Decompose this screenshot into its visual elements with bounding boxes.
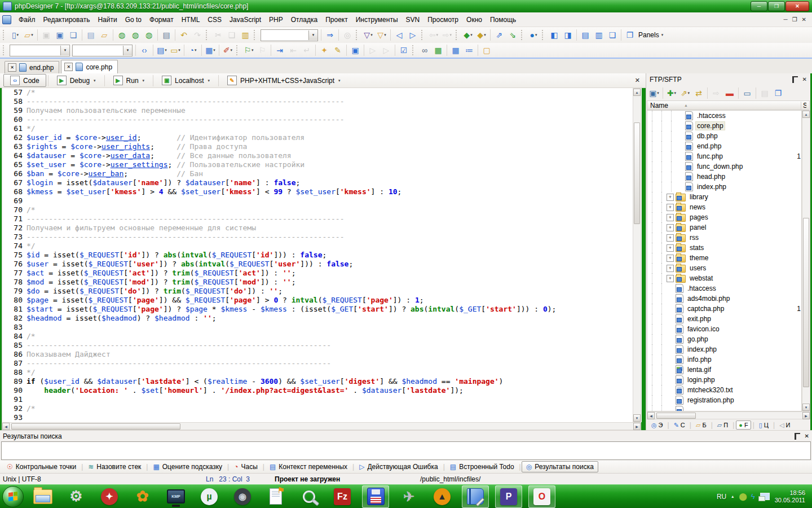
taskbar-explorer[interactable] <box>29 485 56 508</box>
menu-item-7[interactable]: JavaScript <box>226 14 265 26</box>
network-icon[interactable] <box>760 493 770 500</box>
close-button[interactable]: ✕ <box>785 1 809 11</box>
tab-breakpoints[interactable]: ☉Контрольные точки <box>2 461 81 472</box>
chevron-down-icon[interactable]: ▾ <box>308 30 317 40</box>
save-all-icon[interactable]: ❏ <box>67 29 80 41</box>
ftp-column-header[interactable]: Name ▲ S <box>647 100 810 110</box>
ftp-file-partial[interactable] <box>647 405 801 411</box>
tab-close-icon[interactable]: ✕ <box>64 63 73 71</box>
ftp-file-head.php[interactable]: head.php <box>647 172 801 182</box>
ftp-file-func.php[interactable]: func.php1 <box>647 151 801 161</box>
copy-document-icon[interactable]: ▤ <box>84 29 98 41</box>
menu-item-15[interactable]: Помощь <box>486 14 520 26</box>
expand-icon[interactable]: + <box>667 234 674 242</box>
member-combo[interactable]: ▾ <box>72 45 133 56</box>
validate-icon[interactable]: ⚐▾ <box>242 44 255 56</box>
menu-item-12[interactable]: SVN <box>402 14 424 26</box>
menu-item-14[interactable]: Окно <box>462 14 486 26</box>
chevron-down-icon[interactable]: ▾ <box>94 78 96 83</box>
image-dialog-icon[interactable]: ▣ <box>348 44 362 56</box>
ftp-delete-icon[interactable]: ▬ <box>723 87 736 99</box>
filter-folder-icon[interactable]: ▽▾ <box>375 29 389 41</box>
tab-call-stack[interactable]: ≋Назовите стек <box>83 461 145 472</box>
chevron-down-icon[interactable]: ▾ <box>661 33 664 37</box>
panels-label[interactable]: Panels <box>638 31 659 39</box>
expand-icon[interactable]: + <box>667 224 674 231</box>
taskbar-filezilla[interactable]: Fz <box>329 485 356 508</box>
ftp-file-end.php[interactable]: end.php <box>647 141 801 151</box>
expand-icon[interactable]: + <box>667 214 674 221</box>
ftp-folder-rss[interactable]: +rss <box>647 233 801 243</box>
ftp-file-mtcheck320.txt[interactable]: mtcheck320.txt <box>647 385 801 395</box>
menu-item-0[interactable]: Файл <box>15 14 39 26</box>
ftp-folder-panel[interactable]: +panel <box>647 222 801 233</box>
spellcheck-icon[interactable]: ☑ <box>397 44 411 56</box>
scroll-down-icon[interactable]: ▼ <box>633 414 641 422</box>
scroll-right-icon[interactable]: ▶ <box>633 423 641 430</box>
ftp-file-func_down.php[interactable]: func_down.php <box>647 161 801 172</box>
ftp-file-core.php[interactable]: core.php <box>647 121 801 131</box>
ftp-folder-webstat[interactable]: +webstat <box>647 273 801 283</box>
code-explorer-icon[interactable]: ‹› <box>138 44 151 56</box>
taskbar-p-app[interactable]: P <box>495 485 522 508</box>
taskbar-nero[interactable]: ✦ <box>96 485 123 508</box>
ftp-file-.htaccess[interactable]: .htaccess <box>647 283 801 294</box>
panels-icon[interactable]: ❐ <box>623 29 637 41</box>
ftp-file-lenta.gif[interactable]: lenta.gif <box>647 365 801 375</box>
ftp-folder-news[interactable]: +news <box>647 202 801 212</box>
code-editor[interactable]: 57/*58----------------------------------… <box>2 88 642 422</box>
quick-search-combo[interactable]: ▾ <box>261 29 318 41</box>
ftp-horizontal-scrollbar[interactable]: ◀▶ <box>647 411 810 419</box>
menu-item-9[interactable]: Отладка <box>287 14 321 26</box>
editor-vertical-scrollbar[interactable]: ▲▼ <box>633 88 641 422</box>
taskbar-tools[interactable]: ⚙ <box>63 485 90 508</box>
tab-core.php[interactable]: ✕core.php <box>61 60 118 73</box>
tray-power-icon[interactable]: ϟ <box>751 492 755 501</box>
ftp-file-index.php[interactable]: index.php <box>647 344 801 354</box>
panel-tab-ftp[interactable]: ●F <box>736 421 751 430</box>
scrollbar-thumb[interactable] <box>11 423 180 430</box>
tab-end.php[interactable]: ✕end.php <box>5 61 59 73</box>
chevron-down-icon[interactable]: ▾ <box>60 46 69 55</box>
ftp-view-icon[interactable]: ❐ <box>771 87 785 99</box>
split-vertical-icon[interactable]: ▥ <box>592 29 606 41</box>
expand-icon[interactable]: + <box>667 265 674 272</box>
menu-item-5[interactable]: HTML <box>178 14 204 26</box>
ftp-folder-library[interactable]: +library <box>647 192 801 202</box>
menu-item-13[interactable]: Просмотр <box>423 14 462 26</box>
ftp-file-login.php[interactable]: login.php <box>647 375 801 385</box>
folder-documents-icon[interactable]: ▱ <box>98 29 111 41</box>
time-icon[interactable]: ◔▾ <box>186 44 200 56</box>
browser-globe-icon[interactable]: ●▾ <box>527 29 540 41</box>
taskbar-total-commander[interactable] <box>362 485 389 508</box>
table-icon[interactable]: ▦ <box>449 44 462 56</box>
sync-download-icon[interactable]: ⇘ <box>506 29 519 41</box>
ftp-connect-icon[interactable]: ▣▾ <box>647 87 661 99</box>
ftp-rename-icon[interactable]: ▭ <box>740 87 754 99</box>
ftp-file-ads4mobi.php[interactable]: ads4mobi.php <box>647 294 801 304</box>
debug-button[interactable]: ▶Debug▾ <box>50 74 103 87</box>
close-icon[interactable]: ✕ <box>805 433 809 440</box>
save-as-icon[interactable]: ▣ <box>53 29 67 41</box>
list-icon[interactable]: ≔ <box>462 44 476 56</box>
panel-tab-project[interactable]: ▱П <box>714 421 731 430</box>
open-file-icon[interactable]: ▱▾ <box>22 29 36 41</box>
syntax-mode-button[interactable]: ✎PHP+XHTML+CSS+JavaScript▾ <box>220 74 347 87</box>
split-horizontal-icon[interactable]: ▤ <box>579 29 592 41</box>
form-dialog-icon[interactable]: ▤▾ <box>155 44 169 56</box>
clock[interactable]: 18:56 30.05.2011 <box>775 489 805 504</box>
scroll-left-icon[interactable]: ◀ <box>647 412 655 419</box>
chevron-down-icon[interactable]: ▾ <box>143 78 145 83</box>
cascade-windows-icon[interactable]: ❏ <box>606 29 619 41</box>
bookmark-add-icon[interactable]: ◆▾ <box>461 29 475 41</box>
ftp-file-.htaccess[interactable]: .htaccess <box>647 111 801 121</box>
ftp-add-icon[interactable]: ✚▾ <box>665 87 678 99</box>
open-in-browser-icon[interactable]: ◍ <box>115 29 129 41</box>
panel-tab-explorer[interactable]: ◎Э <box>648 421 666 430</box>
mdi-minimize-button[interactable]: ─ <box>784 16 788 23</box>
hand-tool-icon[interactable]: ✦ <box>317 44 331 56</box>
tab-evaluate[interactable]: ▦Оцените подсказку <box>148 461 227 472</box>
add-browser-icon[interactable]: ◍ <box>142 29 156 41</box>
menu-item-3[interactable]: Go to <box>121 14 145 26</box>
highlight-pen-icon[interactable]: ✎ <box>331 44 345 56</box>
